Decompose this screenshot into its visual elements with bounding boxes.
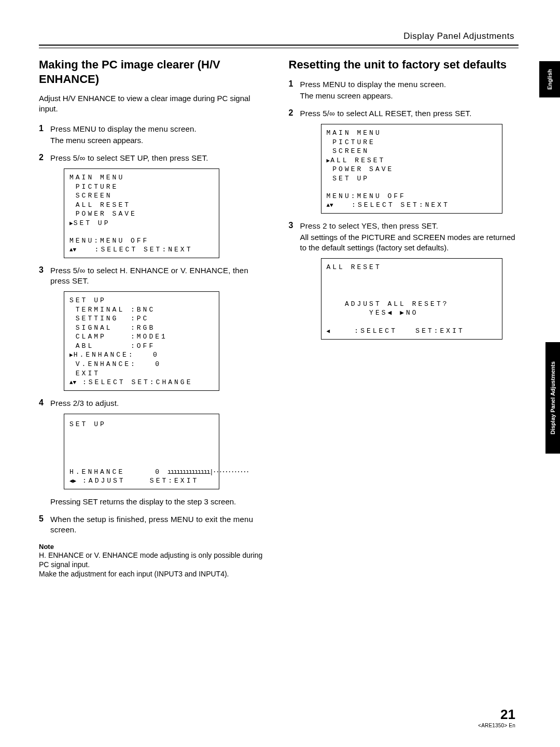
osd-title: SET UP <box>69 297 106 304</box>
osd-line: YES◀ ▶NO <box>327 309 418 317</box>
step-main: Press MENU to display the menu screen. <box>300 79 519 90</box>
osd-foot-line: :SELECT SET:CHANGE <box>76 378 192 386</box>
page-header: Display Panel Adjustments <box>39 31 519 41</box>
left-column: Making the PC image clearer (H/V ENHANCE… <box>39 58 269 579</box>
osd-selected: H.ENHANCE: 0 <box>69 351 159 359</box>
osd-foot-line: :SELECT SET:NEXT <box>76 246 192 253</box>
left-step-4: 4 Press 2/3 to adjust. SET UP H.ENHANCE … <box>39 398 269 507</box>
doc-code: <ARE1350> En <box>478 723 515 728</box>
step-number: 5 <box>39 514 44 524</box>
step-number: 3 <box>289 221 293 230</box>
osd-selected: SET UP <box>69 219 110 227</box>
step-number: 1 <box>39 124 44 133</box>
step-number: 2 <box>39 153 44 162</box>
step-after: Pressing SET returns the display to the … <box>50 497 269 507</box>
osd-title: MAIN MENU <box>327 129 382 137</box>
note-heading: Note <box>39 543 269 551</box>
osd-footer: MENU:MENU OFF :SELECT SET:NEXT <box>69 236 214 255</box>
tab-display-adjustments: Display Panel Adjustments <box>545 342 560 454</box>
page-footer: 21 <ARE1350> En <box>478 707 515 728</box>
step-main: Press 2 to select YES, then press SET. <box>300 221 519 231</box>
osd-foot-line: :ADJUST SET:EXIT <box>76 477 199 485</box>
step-number: 3 <box>39 265 44 275</box>
osd-line: PICTURE <box>69 183 118 191</box>
step-sub: All settings of the PICTURE and SCREEN m… <box>300 232 519 253</box>
osd-line: PICTURE <box>327 138 375 146</box>
osd-all-reset: ALL RESET ADJUST ALL RESET? YES◀ ▶NO :SE… <box>321 258 502 339</box>
osd-title: SET UP <box>69 418 214 431</box>
header-rule <box>39 45 519 48</box>
osd-selected: ALL RESET <box>327 157 386 164</box>
left-step-2: 2 Press 5/∞ to select SET UP, then press… <box>39 153 269 258</box>
page-number: 21 <box>478 707 515 723</box>
step-number: 2 <box>289 108 293 118</box>
updown-icon <box>327 202 333 208</box>
osd-line: SCREEN <box>327 147 370 155</box>
osd-foot-line: MENU:MENU OFF <box>69 237 149 245</box>
osd-foot-line: :SELECT SET:EXIT <box>330 327 465 335</box>
step-main: Press 5/∞ to select ALL RESET, then pres… <box>300 108 519 119</box>
osd-line: SIGNAL :RGB <box>69 324 155 332</box>
left-step-3: 3 Press 5/∞ to select H. ENHANCE or V. E… <box>39 265 269 391</box>
step-main: Press 5/∞ to select SET UP, then press S… <box>50 153 269 163</box>
osd-line: SETTING :PC <box>69 315 149 322</box>
step-number: 4 <box>39 398 44 407</box>
right-step-3: 3 Press 2 to select YES, then press SET.… <box>289 221 519 340</box>
left-intro: Adjust H/V ENHANCE to view a clear image… <box>39 93 269 115</box>
note-body: H. ENHANCE or V. ENHANCE mode adjusting … <box>39 551 269 569</box>
step-main: Press 2/3 to adjust. <box>50 398 269 408</box>
osd-foot-line: MENU:MENU OFF <box>327 192 406 200</box>
osd-line: POWER SAVE <box>327 165 394 173</box>
osd-line: EXIT <box>69 370 100 377</box>
osd-title: MAIN MENU <box>69 174 124 181</box>
right-step-2: 2 Press 5/∞ to select ALL RESET, then pr… <box>289 108 519 214</box>
osd-line: SET UP <box>327 175 370 182</box>
updown-icon <box>69 247 76 253</box>
osd-title: ALL RESET <box>327 263 382 271</box>
osd-setup: SET UP TERMINAL :BNC SETTING :PC SIGNAL … <box>64 291 219 390</box>
osd-line: ADJUST ALL RESET? <box>327 300 449 308</box>
osd-line: ALL RESET <box>69 201 131 209</box>
step-main: When the setup is finished, press MENU t… <box>50 514 269 535</box>
tab-english: English <box>539 61 560 97</box>
osd-line: TERMINAL :BNC <box>69 306 155 314</box>
columns: Making the PC image clearer (H/V ENHANCE… <box>39 58 519 579</box>
osd-footer: MENU:MENU OFF :SELECT SET:NEXT <box>327 192 497 210</box>
note-body: Make the adjustment for each input (INPU… <box>39 569 269 579</box>
updown-icon <box>69 379 76 386</box>
osd-main-menu: MAIN MENU PICTURE SCREEN ALL RESET POWER… <box>321 124 502 213</box>
osd-line: SCREEN <box>69 192 113 200</box>
osd-gauge: ıııııııııııııı|············ <box>167 468 249 476</box>
osd-foot-line: :SELECT SET:NEXT <box>333 201 450 209</box>
osd-line: POWER SAVE <box>69 210 137 218</box>
leftright-icon <box>69 478 76 484</box>
step-sub: The menu screen appears. <box>50 135 269 146</box>
right-column: Resetting the unit to factory set defaul… <box>289 58 519 579</box>
osd-adjust: SET UP H.ENHANCE 0 ıııııııııııııı|······… <box>64 414 219 489</box>
left-steps: 1 Press MENU to display the menu screen.… <box>39 124 269 535</box>
step-sub: The menu screen appears. <box>300 91 519 101</box>
right-steps: 1 Press MENU to display the menu screen.… <box>289 79 519 340</box>
right-step-1: 1 Press MENU to display the menu screen.… <box>289 79 519 102</box>
left-step-1: 1 Press MENU to display the menu screen.… <box>39 124 269 146</box>
osd-line: V.ENHANCE: 0 <box>69 360 161 368</box>
osd-line: ABL :OFF <box>69 342 155 350</box>
step-number: 1 <box>289 79 293 89</box>
left-step-5: 5 When the setup is finished, press MENU… <box>39 514 269 535</box>
left-title: Making the PC image clearer (H/V ENHANCE… <box>39 58 269 86</box>
osd-line: H.ENHANCE 0 <box>69 468 161 476</box>
right-title: Resetting the unit to factory set defaul… <box>289 58 519 72</box>
step-main: Press 5/∞ to select H. ENHANCE or V. ENH… <box>50 265 269 287</box>
osd-line: CLAMP :MODE1 <box>69 333 167 341</box>
page: English Display Panel Adjustments Displa… <box>0 0 560 747</box>
osd-main-menu: MAIN MENU PICTURE SCREEN ALL RESET POWER… <box>64 168 219 258</box>
step-main: Press MENU to display the menu screen. <box>50 124 269 134</box>
